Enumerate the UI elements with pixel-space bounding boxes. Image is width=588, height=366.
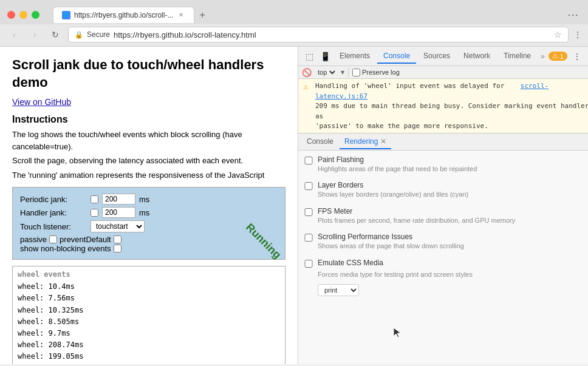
touch-listener-select[interactable]: touchstart touchmove: [91, 220, 145, 232]
secure-label: Secure: [87, 30, 110, 39]
preserve-log-checkbox[interactable]: [352, 69, 360, 76]
periodic-jank-unit: ms: [139, 195, 149, 204]
log-entry-1: wheel: 7.56ms: [18, 293, 280, 304]
log-entry-3: wheel: 8.505ms: [18, 316, 280, 328]
handler-jank-input[interactable]: [102, 207, 135, 218]
nonblocking-label: show non-blocking events: [20, 244, 111, 253]
page-content: Scroll jank due to touch/wheel handlers …: [0, 47, 298, 364]
passive-checkbox[interactable]: [49, 236, 57, 243]
tab-elements[interactable]: Elements: [333, 49, 376, 64]
bottom-rendering-label: Rendering: [344, 137, 378, 146]
paint-flashing-checkbox[interactable]: [304, 157, 313, 164]
tab-console[interactable]: Console: [377, 49, 416, 64]
browser-tab[interactable]: 🌐 https://rbyers.github.io/scroll-... ✕: [53, 7, 194, 23]
tab-close-button[interactable]: ✕: [177, 11, 185, 19]
more-tabs-button[interactable]: »: [538, 50, 547, 63]
new-tab-button[interactable]: +: [194, 7, 210, 23]
tab-network[interactable]: Network: [457, 49, 496, 64]
paint-flashing-title: Paint Flashing: [318, 155, 477, 164]
nonblocking-checkbox[interactable]: [114, 245, 121, 252]
log-entry-4: wheel: 9.7ms: [18, 328, 280, 339]
tab-sources[interactable]: Sources: [417, 49, 456, 64]
log-entry-6: wheel: 199.05ms: [18, 351, 280, 362]
console-source-link[interactable]: scroll-latency.js:67: [315, 82, 549, 100]
emulate-css-media-info: Emulate CSS Media Forces media type for …: [318, 259, 473, 296]
close-traffic-light[interactable]: [7, 11, 15, 19]
emulate-css-media-option: Emulate CSS Media Forces media type for …: [304, 259, 588, 296]
preserve-log-label: Preserve log: [352, 69, 400, 76]
devtools-settings-icon[interactable]: ⋮: [570, 49, 584, 64]
devtools-inspect-icon[interactable]: ⬚: [302, 49, 316, 64]
scrolling-perf-checkbox[interactable]: [304, 234, 313, 242]
prevent-default-checkbox[interactable]: [114, 236, 121, 243]
bottom-panel: Console Rendering ✕ ✕ Paint Flashing Hig…: [298, 133, 588, 309]
mouse-cursor: [394, 328, 401, 337]
console-warning-message: ⚠ Handling of 'wheel' input event was de…: [298, 79, 588, 133]
page-title: Scroll jank due to touch/wheel handlers …: [12, 56, 285, 91]
tab-favicon: 🌐: [62, 11, 70, 19]
fps-meter-option: FPS Meter Plots frames per second, frame…: [304, 207, 588, 225]
log-entry-2: wheel: 10.325ms: [18, 305, 280, 316]
layer-borders-info: Layer Borders Shows layer borders (orang…: [318, 181, 468, 199]
prevent-default-label: preventDefault: [60, 235, 111, 244]
event-log: wheel events wheel: 10.4ms wheel: 7.56ms…: [12, 266, 285, 364]
bottom-tabs: Console Rendering ✕ ✕: [298, 134, 588, 151]
github-link[interactable]: View on GitHub: [12, 97, 285, 107]
layer-borders-desc: Shows layer borders (orange/olive) and t…: [318, 190, 468, 199]
console-dropdown-icon[interactable]: ▾: [341, 68, 344, 76]
console-message-text: Handling of 'wheel' input event was dela…: [315, 81, 588, 132]
back-button[interactable]: ‹: [6, 27, 22, 42]
touch-listener-row: Touch listener: touchstart touchmove: [20, 220, 278, 232]
tab-bar: 🌐 https://rbyers.github.io/scroll-... ✕ …: [47, 7, 216, 23]
bottom-tab-console[interactable]: Console: [302, 135, 338, 149]
console-content: 🚫 top ▾ Preserve log ⚠ Handling of 'whee…: [298, 66, 588, 133]
emulate-css-media-checkbox[interactable]: [304, 260, 313, 268]
desc1: The log shows the touch/wheel events whi…: [12, 129, 285, 152]
address-bar[interactable]: 🔒 Secure https://rbyers.github.io/scroll…: [68, 27, 569, 42]
devtools-device-icon[interactable]: 📱: [318, 49, 332, 64]
console-filter-icon[interactable]: 🚫: [302, 68, 312, 77]
bookmark-icon[interactable]: ☆: [554, 30, 562, 39]
emulate-media-select[interactable]: print screen none: [318, 284, 359, 296]
console-level-select[interactable]: top: [315, 68, 337, 76]
periodic-jank-input[interactable]: [102, 194, 135, 205]
periodic-jank-row: Periodic jank: ms: [20, 194, 278, 205]
warning-triangle-icon: ⚠: [303, 81, 312, 91]
bottom-console-label: Console: [307, 137, 333, 146]
lock-icon: 🔒: [75, 31, 83, 39]
maximize-traffic-light[interactable]: [32, 11, 39, 19]
main-area: Scroll jank due to touch/wheel handlers …: [0, 47, 588, 364]
periodic-jank-label: Periodic jank:: [20, 195, 87, 204]
paint-flashing-info: Paint Flashing Highlights areas of the p…: [318, 155, 477, 174]
rendering-tab-close-icon[interactable]: ✕: [380, 137, 386, 146]
layer-borders-title: Layer Borders: [318, 181, 468, 189]
periodic-jank-checkbox[interactable]: [91, 195, 98, 203]
desc3: The 'running' animation represents the r…: [12, 169, 285, 181]
scrolling-perf-desc: Shows areas of the page that slow down s…: [318, 242, 464, 251]
refresh-button[interactable]: ↻: [47, 27, 63, 42]
scrolling-perf-option: Scrolling Performance Issues Shows areas…: [304, 232, 588, 251]
fps-meter-checkbox[interactable]: [304, 208, 313, 216]
log-entry-0: wheel: 10.4ms: [18, 281, 280, 293]
toolbar-separator: [348, 67, 349, 77]
title-bar: 🌐 https://rbyers.github.io/scroll-... ✕ …: [0, 0, 588, 24]
handler-jank-checkbox[interactable]: [91, 209, 98, 217]
fps-meter-title: FPS Meter: [318, 207, 515, 215]
url-text: https://rbyers.github.io/scroll-latency.…: [114, 30, 550, 39]
instructions-heading: Instructions: [12, 114, 285, 125]
log-entry-5: wheel: 208.74ms: [18, 339, 280, 351]
warning-badge: ⚠ 1: [549, 52, 567, 61]
nonblocking-row: show non-blocking events: [20, 244, 278, 253]
browser-menu-button[interactable]: ⋮: [573, 30, 582, 39]
paint-flashing-option: Paint Flashing Highlights areas of the p…: [304, 155, 588, 174]
rendering-content: Paint Flashing Highlights areas of the p…: [298, 151, 588, 309]
layer-borders-checkbox[interactable]: [304, 182, 313, 190]
tab-timeline[interactable]: Timeline: [497, 49, 537, 64]
forward-button[interactable]: ›: [27, 27, 43, 42]
browser-chrome: 🌐 https://rbyers.github.io/scroll-... ✕ …: [0, 0, 588, 47]
emulate-media-select-row: print screen none: [318, 284, 473, 296]
console-toolbar: 🚫 top ▾ Preserve log: [298, 66, 588, 79]
bottom-tab-rendering[interactable]: Rendering ✕: [340, 135, 391, 149]
minimize-traffic-light[interactable]: [19, 11, 27, 19]
devtools-toolbar: ⬚ 📱 Elements Console Sources Network Tim…: [298, 47, 588, 66]
